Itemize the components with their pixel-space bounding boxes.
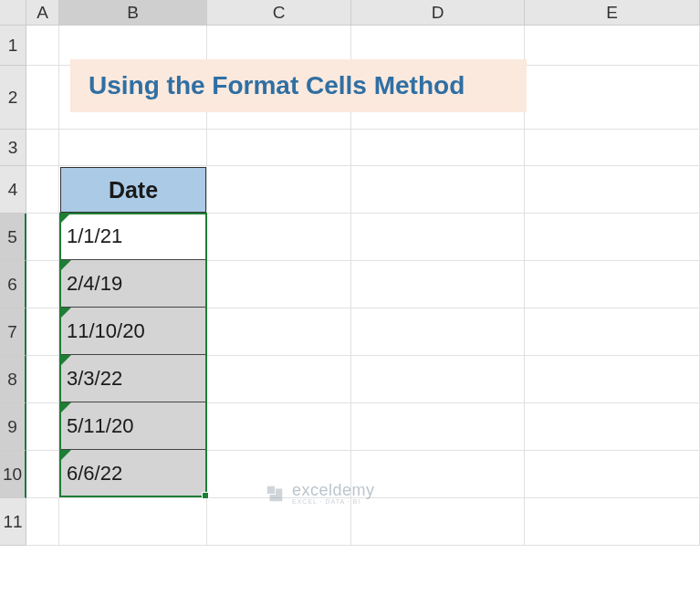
cell-c6[interactable]: [207, 261, 351, 308]
watermark-brand: exceldemy: [292, 482, 375, 498]
table-row[interactable]: 1/1/21: [60, 213, 206, 260]
row-header-7[interactable]: 7: [0, 308, 26, 356]
cell-e10[interactable]: [525, 451, 700, 498]
table-row[interactable]: 5/11/20: [60, 402, 206, 450]
cell-d5[interactable]: [351, 214, 525, 261]
cell-e2[interactable]: [525, 66, 700, 130]
error-indicator-icon: [61, 213, 71, 223]
table-row[interactable]: 6/6/22: [60, 450, 206, 497]
cell-a4[interactable]: [26, 166, 59, 214]
cell-d11[interactable]: [351, 498, 525, 546]
table-row[interactable]: 11/10/20: [60, 308, 206, 355]
cell-a2[interactable]: [26, 66, 59, 130]
cell-d6[interactable]: [351, 261, 525, 308]
cell-c8[interactable]: [207, 356, 351, 403]
cell-e1[interactable]: [525, 26, 700, 66]
cell-c3[interactable]: [207, 130, 351, 166]
cell-c5[interactable]: [207, 214, 351, 261]
error-indicator-icon: [61, 355, 71, 365]
cell-e5[interactable]: [525, 214, 700, 261]
cell-a7[interactable]: [26, 308, 59, 356]
select-all-corner[interactable]: [0, 0, 26, 26]
cell-a10[interactable]: [26, 451, 59, 498]
cell-a1[interactable]: [26, 26, 59, 66]
col-header-c[interactable]: C: [207, 0, 351, 26]
cell-d10[interactable]: [351, 451, 525, 498]
cell-e6[interactable]: [525, 261, 700, 308]
table-row[interactable]: 2/4/19: [60, 260, 206, 308]
col-header-b[interactable]: B: [59, 0, 207, 26]
cell-value: 2/4/19: [67, 272, 122, 296]
col-header-e[interactable]: E: [525, 0, 700, 26]
cell-e7[interactable]: [525, 308, 700, 356]
cell-value: 6/6/22: [67, 462, 122, 485]
cell-value: 1/1/21: [67, 224, 122, 248]
row-header-6[interactable]: 6: [0, 261, 26, 308]
watermark: exceldemy EXCEL · DATA · BI: [265, 482, 375, 505]
cell-c7[interactable]: [207, 308, 351, 356]
cell-e3[interactable]: [525, 130, 700, 166]
cell-d3[interactable]: [351, 130, 525, 166]
col-header-d[interactable]: D: [351, 0, 525, 26]
cell-value: 3/3/22: [67, 367, 122, 391]
watermark-tagline: EXCEL · DATA · BI: [292, 498, 375, 505]
error-indicator-icon: [61, 308, 71, 318]
col-header-a[interactable]: A: [26, 0, 59, 26]
cell-e8[interactable]: [525, 356, 700, 403]
row-header-8[interactable]: 8: [0, 356, 26, 403]
cell-a8[interactable]: [26, 356, 59, 403]
row-header-3[interactable]: 3: [0, 130, 26, 166]
cell-value: 11/10/20: [67, 319, 145, 343]
cell-value: 5/11/20: [67, 414, 133, 438]
cell-e11[interactable]: [525, 498, 700, 546]
row-header-5[interactable]: 5: [0, 214, 26, 261]
cell-c9[interactable]: [207, 403, 351, 451]
cell-e9[interactable]: [525, 403, 700, 451]
selected-range[interactable]: 1/1/21 2/4/19 11/10/20 3/3/22 5/11/20 6/…: [60, 213, 206, 497]
row-header-4[interactable]: 4: [0, 166, 26, 214]
page-title: Using the Format Cells Method: [70, 59, 527, 112]
table-header-date[interactable]: Date: [60, 167, 206, 213]
cell-d9[interactable]: [351, 403, 525, 451]
cell-a5[interactable]: [26, 214, 59, 261]
row-header-10[interactable]: 10: [0, 451, 26, 498]
row-header-2[interactable]: 2: [0, 66, 26, 130]
row-header-9[interactable]: 9: [0, 403, 26, 451]
cell-b3[interactable]: [59, 130, 207, 166]
cell-d8[interactable]: [351, 356, 525, 403]
cell-a3[interactable]: [26, 130, 59, 166]
cell-c11[interactable]: [207, 498, 351, 546]
row-header-11[interactable]: 11: [0, 498, 26, 546]
cell-b11[interactable]: [59, 498, 207, 546]
cell-a9[interactable]: [26, 403, 59, 451]
table-row[interactable]: 3/3/22: [60, 355, 206, 402]
cell-a6[interactable]: [26, 261, 59, 308]
cell-d7[interactable]: [351, 308, 525, 356]
error-indicator-icon: [61, 402, 71, 412]
error-indicator-icon: [61, 450, 71, 460]
error-indicator-icon: [61, 260, 71, 270]
cell-e4[interactable]: [525, 166, 700, 214]
cell-a11[interactable]: [26, 498, 59, 546]
row-header-1[interactable]: 1: [0, 26, 26, 66]
cell-c4[interactable]: [207, 166, 351, 214]
cell-d4[interactable]: [351, 166, 525, 214]
exceldemy-logo-icon: [265, 484, 285, 504]
